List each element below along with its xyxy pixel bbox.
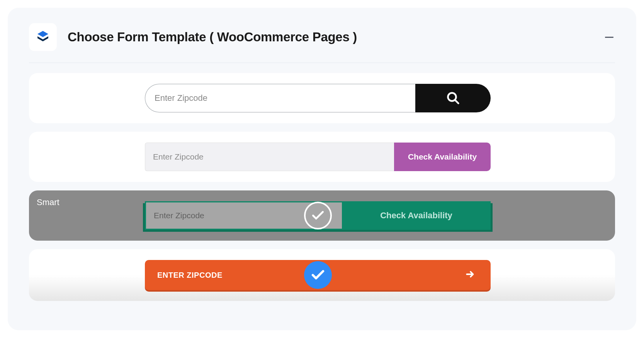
template-option-2[interactable]: Check Availability	[29, 132, 615, 182]
zipcode-label: ENTER ZIPCODE	[157, 271, 223, 280]
search-icon	[446, 91, 460, 105]
template-label: Smart	[37, 197, 59, 207]
panel-title: Choose Form Template ( WooCommerce Pages…	[68, 30, 357, 44]
collapse-button[interactable]	[603, 32, 615, 43]
template-panel: Choose Form Template ( WooCommerce Pages…	[8, 8, 636, 330]
selected-indicator	[304, 202, 332, 229]
arrow-right-icon	[465, 269, 475, 281]
template-option-4[interactable]: ENTER ZIPCODE	[29, 249, 615, 301]
template-3-form: Check Availability	[145, 201, 491, 230]
svg-line-2	[455, 100, 458, 104]
zipcode-input[interactable]	[145, 143, 394, 171]
check-icon	[311, 208, 325, 223]
check-icon	[310, 267, 326, 283]
check-availability-button[interactable]: Check Availability	[342, 201, 491, 230]
template-2-form: Check Availability	[145, 143, 491, 171]
app-logo	[29, 23, 57, 51]
search-button[interactable]	[415, 84, 491, 112]
templates-list: Check Availability Smart Check Availabil…	[29, 73, 615, 301]
selected-indicator	[304, 261, 332, 289]
template-1-form	[145, 84, 491, 112]
template-4-form: ENTER ZIPCODE	[145, 260, 491, 290]
svg-rect-0	[605, 37, 613, 38]
logo-icon	[35, 29, 51, 45]
template-option-1[interactable]	[29, 73, 615, 123]
panel-header: Choose Form Template ( WooCommerce Pages…	[29, 23, 615, 63]
template-option-3[interactable]: Smart Check Availability	[29, 190, 615, 241]
check-availability-button[interactable]: Check Availability	[394, 143, 491, 171]
minus-icon	[605, 37, 613, 38]
zipcode-input[interactable]	[145, 84, 415, 112]
